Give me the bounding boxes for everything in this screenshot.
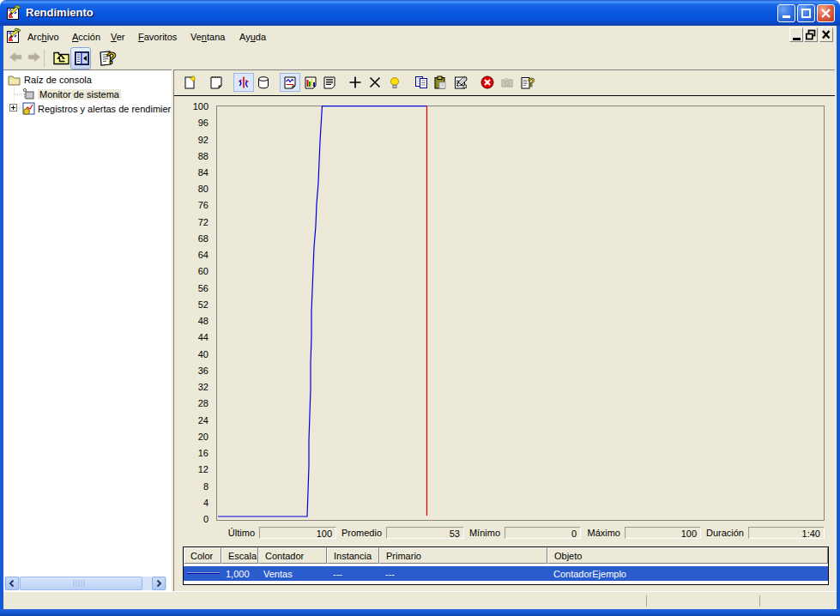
svg-text:?: ? [528,75,535,89]
svg-text:?: ? [106,49,117,67]
